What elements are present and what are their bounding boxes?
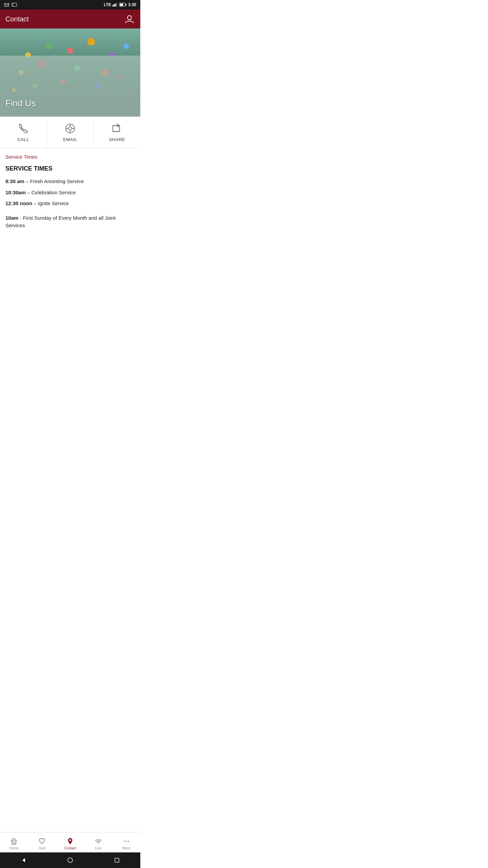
hero-image: Find Us [0, 28, 140, 117]
status-bar: LTE 3:30 [0, 0, 140, 9]
signal-strength-icon [113, 3, 118, 7]
call-label: CALL [17, 137, 29, 142]
section-title: SERVICE TIMES [5, 165, 135, 172]
service-name-0: Fresh Anointing Service [30, 178, 84, 184]
service-name-2: Ignite Service [38, 200, 69, 206]
share-label: SHARE [109, 137, 125, 142]
share-icon [111, 123, 123, 134]
email-label: EMAIL [63, 137, 77, 142]
svg-rect-1 [12, 3, 17, 6]
special-service: 10am - First Sunday of Every Month and a… [5, 214, 135, 230]
user-profile-button[interactable] [124, 14, 135, 24]
notification-icon [4, 3, 9, 7]
email-button[interactable]: EMAIL [47, 117, 94, 148]
signal-flag-icon [12, 3, 17, 7]
app-header: Contact [0, 9, 140, 28]
svg-rect-3 [113, 5, 114, 6]
service-sep-2: – [32, 200, 38, 206]
svg-rect-8 [125, 4, 126, 6]
service-sep-0: – [24, 178, 30, 184]
service-entry-0: 8:30 am – Fresh Anointing Service [5, 178, 135, 185]
service-time-1: 10:30am [5, 190, 26, 195]
battery-status-icon [119, 3, 127, 7]
service-time-0: 8:30 am [5, 178, 24, 184]
service-entry-1: 10:30am – Celebration Service [5, 189, 135, 197]
svg-rect-5 [115, 3, 116, 6]
service-time-2: 12:30 noon [5, 200, 32, 206]
share-button[interactable]: SHARE [94, 117, 140, 148]
user-icon [125, 14, 134, 24]
svg-rect-9 [120, 4, 123, 6]
service-name-1: Celebration Service [32, 190, 76, 195]
network-label: LTE [104, 2, 111, 7]
status-bar-right: LTE 3:30 [104, 2, 136, 7]
action-row: CALL EMAIL SHARE [0, 117, 140, 149]
service-sep-1: – [26, 190, 32, 195]
hero-label: Find Us [5, 98, 36, 108]
special-service-desc: - First Sunday of Every Month and all Jo… [5, 215, 116, 229]
section-link[interactable]: Service Times [5, 154, 135, 160]
special-service-time: 10am [5, 215, 18, 221]
status-bar-left [4, 3, 17, 7]
page-title: Contact [5, 15, 29, 23]
svg-rect-17 [113, 125, 120, 132]
email-icon [64, 123, 76, 134]
svg-rect-0 [4, 3, 9, 6]
svg-rect-6 [116, 3, 117, 7]
svg-point-12 [68, 127, 72, 130]
call-button[interactable]: CALL [0, 117, 47, 148]
svg-rect-4 [114, 4, 115, 6]
phone-icon [18, 123, 29, 134]
svg-point-10 [127, 16, 131, 20]
service-entry-2: 12:30 noon – Ignite Service [5, 200, 135, 208]
content-area: Service Times SERVICE TIMES 8:30 am – Fr… [0, 149, 140, 235]
time-label: 3:30 [128, 2, 136, 7]
